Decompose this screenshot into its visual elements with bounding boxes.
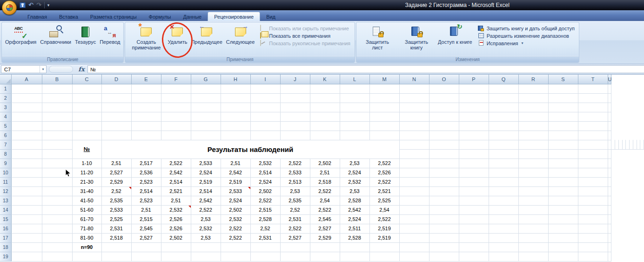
cell-Q4[interactable] bbox=[489, 112, 518, 121]
cell-E18[interactable] bbox=[131, 242, 161, 252]
cell-G6[interactable] bbox=[191, 131, 221, 140]
cell-N16[interactable] bbox=[399, 224, 429, 233]
formula-input[interactable]: № bbox=[87, 65, 644, 73]
cell-O2[interactable] bbox=[429, 93, 459, 103]
cell-D5[interactable] bbox=[101, 121, 131, 131]
cell-P1[interactable] bbox=[459, 84, 489, 93]
cell-N4[interactable] bbox=[399, 112, 429, 121]
cell-M3[interactable] bbox=[369, 103, 399, 112]
col-header-S[interactable]: S bbox=[548, 75, 578, 84]
cell-U11[interactable] bbox=[608, 177, 611, 186]
cell-F2[interactable] bbox=[161, 93, 191, 103]
cell-L16[interactable]: 2,511 bbox=[340, 224, 369, 233]
row-header-2[interactable]: 2 bbox=[0, 93, 11, 103]
cell-B7[interactable] bbox=[42, 140, 72, 149]
cell-Q17[interactable] bbox=[489, 233, 518, 242]
cell-U2[interactable] bbox=[608, 93, 611, 103]
cell-N9[interactable] bbox=[399, 159, 429, 168]
cell-N15[interactable] bbox=[399, 214, 429, 224]
cell-F9[interactable]: 2,522 bbox=[161, 159, 191, 168]
row-header-8[interactable]: 8 bbox=[0, 149, 11, 159]
cell-O1[interactable] bbox=[429, 84, 459, 93]
cell-N14[interactable] bbox=[399, 205, 429, 214]
cell-T17[interactable] bbox=[578, 233, 608, 242]
cell-K14[interactable]: 2,522 bbox=[310, 205, 340, 214]
cell-J9[interactable]: 2,522 bbox=[280, 159, 310, 168]
cell-A17[interactable] bbox=[11, 233, 42, 242]
col-header-T[interactable]: T bbox=[578, 75, 608, 84]
cell-O3[interactable] bbox=[429, 103, 459, 112]
row-header-3[interactable]: 3 bbox=[0, 103, 11, 112]
col-header-Q[interactable]: Q bbox=[489, 75, 518, 84]
cell-G12[interactable]: 2,514 bbox=[191, 186, 221, 196]
cell-U13[interactable] bbox=[608, 196, 611, 205]
cell-C15[interactable]: 61-70 bbox=[72, 214, 101, 224]
cell-C6[interactable] bbox=[72, 131, 101, 140]
cell-A2[interactable] bbox=[11, 93, 42, 103]
cell-M18[interactable] bbox=[369, 242, 399, 252]
cell-P4[interactable] bbox=[459, 112, 489, 121]
cell-R2[interactable] bbox=[518, 93, 548, 103]
cell-Q14[interactable] bbox=[489, 205, 518, 214]
cell-S6[interactable] bbox=[548, 131, 578, 140]
cell-D7[interactable]: Результаты наблюдений bbox=[101, 140, 399, 159]
cell-N2[interactable] bbox=[399, 93, 429, 103]
col-header-K[interactable]: K bbox=[310, 75, 340, 84]
cell-I11[interactable]: 2,524 bbox=[250, 177, 280, 186]
show-all-comments-button[interactable]: Показать все примечания bbox=[260, 33, 350, 39]
cell-I3[interactable] bbox=[250, 103, 280, 112]
cell-T19[interactable] bbox=[578, 252, 608, 261]
cell-H3[interactable] bbox=[221, 103, 250, 112]
cell-E1[interactable] bbox=[131, 84, 161, 93]
cell-U6[interactable] bbox=[608, 131, 611, 140]
cell-G15[interactable]: 2,53 bbox=[191, 214, 221, 224]
cell-G1[interactable] bbox=[191, 84, 221, 93]
cell-Q18[interactable] bbox=[489, 242, 518, 252]
previous-comment-button[interactable]: ← Предыдущее bbox=[189, 23, 224, 56]
row-header-4[interactable]: 4 bbox=[0, 112, 11, 121]
row-header-19[interactable]: 19 bbox=[0, 252, 11, 261]
cell-P15[interactable] bbox=[459, 214, 489, 224]
cell-K15[interactable]: 2,545 bbox=[310, 214, 340, 224]
protect-and-share-button[interactable]: Защитить книгу и дать общий доступ bbox=[478, 25, 575, 31]
cell-C19[interactable] bbox=[72, 252, 101, 261]
row-header-12[interactable]: 12 bbox=[0, 186, 11, 196]
cell-F11[interactable]: 2,514 bbox=[161, 177, 191, 186]
cell-N19[interactable] bbox=[399, 252, 429, 261]
cell-N6[interactable] bbox=[399, 131, 429, 140]
cell-T12[interactable] bbox=[578, 186, 608, 196]
cell-L13[interactable]: 2,528 bbox=[340, 196, 369, 205]
cell-Q9[interactable] bbox=[489, 159, 518, 168]
cell-T9[interactable] bbox=[578, 159, 608, 168]
cell-A14[interactable] bbox=[11, 205, 42, 214]
cell-R18[interactable] bbox=[518, 242, 548, 252]
cell-Q12[interactable] bbox=[489, 186, 518, 196]
cell-J5[interactable] bbox=[280, 121, 310, 131]
cell-O7[interactable] bbox=[618, 140, 622, 149]
cell-U19[interactable] bbox=[608, 252, 611, 261]
cell-R3[interactable] bbox=[518, 103, 548, 112]
tab-вид[interactable]: Вид bbox=[260, 12, 282, 21]
cell-I4[interactable] bbox=[250, 112, 280, 121]
insert-function-button[interactable]: fx bbox=[75, 64, 87, 74]
col-header-I[interactable]: I bbox=[250, 75, 280, 84]
cell-N11[interactable] bbox=[399, 177, 429, 186]
cell-Q3[interactable] bbox=[489, 103, 518, 112]
cell-A1[interactable] bbox=[11, 84, 42, 93]
cell-S18[interactable] bbox=[548, 242, 578, 252]
row-header-11[interactable]: 11 bbox=[0, 177, 11, 186]
cell-T4[interactable] bbox=[578, 112, 608, 121]
cell-H7[interactable] bbox=[489, 140, 518, 149]
cell-U17[interactable] bbox=[608, 233, 611, 242]
cell-O6[interactable] bbox=[429, 131, 459, 140]
cell-B16[interactable] bbox=[42, 224, 72, 233]
cell-G4[interactable] bbox=[191, 112, 221, 121]
cell-A15[interactable] bbox=[11, 214, 42, 224]
col-header-H[interactable]: H bbox=[221, 75, 250, 84]
cell-A18[interactable] bbox=[11, 242, 42, 252]
cell-T16[interactable] bbox=[578, 224, 608, 233]
cell-F10[interactable]: 2,542 bbox=[161, 168, 191, 177]
cell-D4[interactable] bbox=[101, 112, 131, 121]
row-header-16[interactable]: 16 bbox=[0, 224, 11, 233]
cell-Q5[interactable] bbox=[489, 121, 518, 131]
